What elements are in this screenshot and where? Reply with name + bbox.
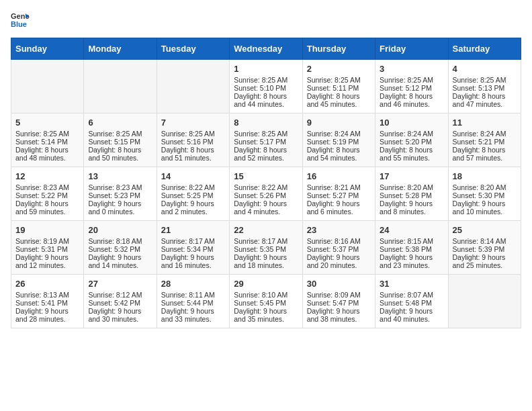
calendar-cell: 16Sunrise: 8:21 AMSunset: 5:27 PMDayligh…	[302, 167, 375, 221]
day-number: 14	[161, 171, 225, 181]
day-number: 10	[380, 118, 443, 128]
page-header: General Blue	[11, 11, 521, 30]
sunset-text: Sunset: 5:23 PM	[88, 191, 152, 199]
sunrise-text: Sunrise: 8:24 AM	[453, 130, 517, 138]
calendar-table: SundayMondayTuesdayWednesdayThursdayFrid…	[11, 38, 521, 328]
sunset-text: Sunset: 5:41 PM	[15, 299, 79, 307]
daylight-text: Daylight: 9 hours and 6 minutes.	[307, 199, 371, 216]
sunset-text: Sunset: 5:47 PM	[307, 299, 371, 307]
daylight-text: Daylight: 8 hours and 59 minutes.	[15, 199, 79, 216]
sunset-text: Sunset: 5:10 PM	[234, 84, 298, 92]
sunset-text: Sunset: 5:11 PM	[307, 84, 371, 92]
sunset-text: Sunset: 5:44 PM	[161, 299, 225, 307]
calendar-cell: 26Sunrise: 8:13 AMSunset: 5:41 PMDayligh…	[11, 275, 84, 328]
sunset-text: Sunset: 5:30 PM	[453, 191, 517, 199]
sunrise-text: Sunrise: 8:25 AM	[234, 76, 298, 84]
daylight-text: Daylight: 8 hours and 44 minutes.	[234, 92, 298, 108]
day-number: 22	[234, 225, 298, 235]
sunrise-text: Sunrise: 8:09 AM	[307, 291, 371, 299]
calendar-cell	[448, 275, 521, 328]
daylight-text: Daylight: 8 hours and 48 minutes.	[15, 146, 79, 162]
calendar-cell: 9Sunrise: 8:24 AMSunset: 5:19 PMDaylight…	[302, 113, 375, 167]
sunrise-text: Sunrise: 8:13 AM	[15, 291, 79, 299]
calendar-cell: 19Sunrise: 8:19 AMSunset: 5:31 PMDayligh…	[11, 221, 84, 275]
weekday-header-wednesday: Wednesday	[230, 38, 302, 60]
sunrise-text: Sunrise: 8:12 AM	[88, 291, 152, 299]
sunset-text: Sunset: 5:37 PM	[307, 245, 371, 253]
day-number: 7	[161, 118, 225, 128]
calendar-cell: 22Sunrise: 8:17 AMSunset: 5:35 PMDayligh…	[230, 221, 302, 275]
sunset-text: Sunset: 5:35 PM	[234, 245, 298, 253]
sunset-text: Sunset: 5:27 PM	[307, 191, 371, 199]
calendar-cell: 14Sunrise: 8:22 AMSunset: 5:25 PMDayligh…	[157, 167, 229, 221]
sunrise-text: Sunrise: 8:10 AM	[234, 291, 298, 299]
calendar-cell: 8Sunrise: 8:25 AMSunset: 5:17 PMDaylight…	[230, 113, 302, 167]
sunset-text: Sunset: 5:12 PM	[380, 84, 443, 92]
daylight-text: Daylight: 9 hours and 2 minutes.	[161, 199, 225, 216]
logo-icon: General Blue	[11, 11, 30, 30]
daylight-text: Daylight: 9 hours and 35 minutes.	[234, 307, 298, 323]
daylight-text: Daylight: 9 hours and 16 minutes.	[161, 253, 225, 269]
daylight-text: Daylight: 8 hours and 57 minutes.	[453, 146, 517, 162]
sunset-text: Sunset: 5:15 PM	[88, 138, 152, 146]
day-number: 29	[234, 279, 298, 289]
sunset-text: Sunset: 5:31 PM	[15, 245, 79, 253]
day-number: 19	[15, 225, 79, 235]
sunset-text: Sunset: 5:32 PM	[88, 245, 152, 253]
calendar-cell: 21Sunrise: 8:17 AMSunset: 5:34 PMDayligh…	[157, 221, 229, 275]
sunrise-text: Sunrise: 8:16 AM	[307, 237, 371, 245]
calendar-cell: 17Sunrise: 8:20 AMSunset: 5:28 PMDayligh…	[375, 167, 448, 221]
day-number: 25	[453, 225, 517, 235]
sunrise-text: Sunrise: 8:25 AM	[161, 130, 225, 138]
daylight-text: Daylight: 8 hours and 55 minutes.	[380, 146, 443, 162]
calendar-cell: 2Sunrise: 8:25 AMSunset: 5:11 PMDaylight…	[302, 60, 375, 113]
calendar-cell: 29Sunrise: 8:10 AMSunset: 5:45 PMDayligh…	[230, 275, 302, 328]
daylight-text: Daylight: 8 hours and 45 minutes.	[307, 92, 371, 108]
day-number: 18	[453, 171, 517, 181]
sunrise-text: Sunrise: 8:25 AM	[453, 76, 517, 84]
day-number: 31	[380, 279, 443, 289]
calendar-cell: 13Sunrise: 8:23 AMSunset: 5:23 PMDayligh…	[84, 167, 157, 221]
sunrise-text: Sunrise: 8:14 AM	[453, 237, 517, 245]
logo: General Blue	[11, 11, 30, 30]
daylight-text: Daylight: 8 hours and 52 minutes.	[234, 146, 298, 162]
day-number: 17	[380, 171, 443, 181]
sunset-text: Sunset: 5:34 PM	[161, 245, 225, 253]
sunrise-text: Sunrise: 8:22 AM	[161, 183, 225, 191]
day-number: 9	[307, 118, 371, 128]
calendar-cell: 23Sunrise: 8:16 AMSunset: 5:37 PMDayligh…	[302, 221, 375, 275]
sunrise-text: Sunrise: 8:25 AM	[88, 130, 152, 138]
daylight-text: Daylight: 8 hours and 47 minutes.	[453, 92, 517, 108]
calendar-cell: 4Sunrise: 8:25 AMSunset: 5:13 PMDaylight…	[448, 60, 521, 113]
day-number: 30	[307, 279, 371, 289]
sunrise-text: Sunrise: 8:07 AM	[380, 291, 443, 299]
calendar-cell: 24Sunrise: 8:15 AMSunset: 5:38 PMDayligh…	[375, 221, 448, 275]
sunrise-text: Sunrise: 8:19 AM	[15, 237, 79, 245]
day-number: 8	[234, 118, 298, 128]
daylight-text: Daylight: 8 hours and 50 minutes.	[88, 146, 152, 162]
daylight-text: Daylight: 9 hours and 28 minutes.	[15, 307, 79, 323]
calendar-cell: 25Sunrise: 8:14 AMSunset: 5:39 PMDayligh…	[448, 221, 521, 275]
sunrise-text: Sunrise: 8:20 AM	[380, 183, 443, 191]
sunrise-text: Sunrise: 8:11 AM	[161, 291, 225, 299]
calendar-cell: 20Sunrise: 8:18 AMSunset: 5:32 PMDayligh…	[84, 221, 157, 275]
daylight-text: Daylight: 8 hours and 54 minutes.	[307, 146, 371, 162]
sunset-text: Sunset: 5:16 PM	[161, 138, 225, 146]
daylight-text: Daylight: 9 hours and 33 minutes.	[161, 307, 225, 323]
sunset-text: Sunset: 5:13 PM	[453, 84, 517, 92]
calendar-cell: 7Sunrise: 8:25 AMSunset: 5:16 PMDaylight…	[157, 113, 229, 167]
sunset-text: Sunset: 5:14 PM	[15, 138, 79, 146]
day-number: 2	[307, 64, 371, 74]
day-number: 1	[234, 64, 298, 74]
calendar-cell: 1Sunrise: 8:25 AMSunset: 5:10 PMDaylight…	[230, 60, 302, 113]
daylight-text: Daylight: 9 hours and 18 minutes.	[234, 253, 298, 269]
day-number: 6	[88, 118, 152, 128]
sunset-text: Sunset: 5:28 PM	[380, 191, 443, 199]
day-number: 15	[234, 171, 298, 181]
weekday-header-thursday: Thursday	[302, 38, 375, 60]
calendar-cell: 15Sunrise: 8:22 AMSunset: 5:26 PMDayligh…	[230, 167, 302, 221]
weekday-header-monday: Monday	[84, 38, 157, 60]
daylight-text: Daylight: 9 hours and 14 minutes.	[88, 253, 152, 269]
sunrise-text: Sunrise: 8:25 AM	[15, 130, 79, 138]
calendar-cell: 18Sunrise: 8:20 AMSunset: 5:30 PMDayligh…	[448, 167, 521, 221]
